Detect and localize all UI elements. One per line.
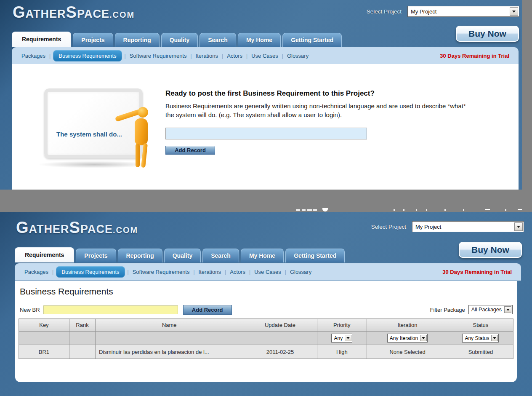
tab-my-home[interactable]: My Home	[241, 249, 284, 262]
filter-cell-priority: Any	[317, 332, 367, 345]
new-br-input[interactable]	[43, 305, 178, 314]
column-header-rank[interactable]: Rank	[69, 319, 95, 332]
subnav-use-cases[interactable]: Use Cases	[254, 269, 281, 275]
cell-key: BR1	[19, 345, 69, 359]
logo-letter: S	[66, 3, 77, 21]
subnav-separator: |	[193, 269, 194, 275]
priority-filter-select[interactable]: Any	[331, 334, 352, 342]
column-header-priority[interactable]: Priority	[317, 319, 367, 332]
subnav-separator: |	[52, 269, 53, 275]
project-select[interactable]: My Project	[407, 6, 519, 17]
app-header: GATHERSPACE.com Select Project My Projec…	[0, 212, 532, 238]
column-header-iteration[interactable]: Iteration	[367, 319, 448, 332]
column-header-update-date[interactable]: Update Date	[243, 319, 317, 332]
add-record-button[interactable]: Add Record	[165, 146, 215, 155]
buy-now-button[interactable]: Buy Now	[456, 26, 519, 42]
filter-package: Filter Package All Packages	[430, 305, 513, 314]
subnav-software-requirements[interactable]: Software Requirements	[133, 269, 190, 275]
logo-suffix: .com	[113, 225, 138, 235]
column-header-name[interactable]: Name	[96, 319, 243, 332]
dropdown-arrow-icon[interactable]	[514, 222, 523, 231]
tab-getting-started[interactable]: Getting Started	[285, 249, 345, 262]
subnav-separator: |	[282, 53, 283, 59]
screenshot-empty-state: GATHERSPACE.com Select Project My Projec…	[0, 0, 522, 190]
dropdown-arrow-icon[interactable]	[510, 7, 518, 16]
subnav-packages[interactable]: Packages	[24, 269, 48, 275]
subnav-business-requirements[interactable]: Business Requirements	[53, 50, 122, 62]
subnav-separator: |	[246, 53, 247, 59]
sub-navigation: Packages | Business Requirements | Softw…	[12, 47, 519, 64]
project-select[interactable]: My Project	[412, 221, 524, 232]
tab-quality[interactable]: Quality	[164, 249, 201, 262]
tab-quality[interactable]: Quality	[161, 33, 198, 47]
project-select-value: My Project	[408, 8, 510, 15]
subnav-separator: |	[190, 53, 192, 59]
subnav-actors[interactable]: Actors	[230, 269, 245, 275]
screenshot-requirements-list: GATHERSPACE.com Select Project My Projec…	[0, 212, 532, 396]
subnav-separator: |	[225, 269, 226, 275]
empty-state-description: Business Requirements are generally writ…	[165, 102, 489, 119]
tab-getting-started[interactable]: Getting Started	[282, 33, 342, 47]
content-panel: The system shall do... Ready to post the…	[12, 64, 519, 190]
whiteboard: The system shall do...	[44, 88, 143, 158]
dropdown-arrow-icon[interactable]	[420, 335, 427, 341]
subnav-packages[interactable]: Packages	[21, 53, 45, 59]
dropdown-arrow-icon[interactable]	[491, 335, 498, 341]
subnav-use-cases[interactable]: Use Cases	[251, 53, 278, 59]
cell-status: Submitted	[448, 345, 513, 359]
tab-reporting[interactable]: Reporting	[115, 33, 160, 47]
dropdown-arrow-icon[interactable]	[504, 306, 511, 313]
filter-package-select[interactable]: All Packages	[468, 305, 513, 314]
whiteboard-illustration: The system shall do...	[32, 83, 166, 176]
subnav-actors[interactable]: Actors	[227, 53, 242, 59]
figure-leg	[136, 144, 140, 167]
table-filter-row: Any Any Iteration Any Status	[19, 332, 513, 345]
column-header-status[interactable]: Status	[448, 319, 513, 332]
business-requirement-input[interactable]	[165, 128, 367, 139]
content-panel: Business Requirements New BR Add Record …	[15, 281, 517, 382]
iteration-filter-select[interactable]: Any Iteration	[387, 334, 428, 342]
page-title: Business Requirements	[20, 286, 113, 297]
new-br-label: New BR	[20, 307, 40, 313]
triangle-down-icon	[506, 309, 510, 311]
cell-rank	[69, 345, 95, 359]
tab-requirements[interactable]: Requirements	[12, 32, 71, 47]
gatherspace-logo: GATHERSPACE.com	[13, 3, 135, 21]
project-selector: Select Project My Project	[367, 6, 519, 17]
tab-projects[interactable]: Projects	[73, 33, 113, 47]
tab-search[interactable]: Search	[202, 249, 239, 262]
subnav-iterations[interactable]: Iterations	[199, 269, 221, 275]
figure-torso	[135, 118, 148, 145]
logo-text: ATHER	[26, 8, 66, 20]
description-line2: the system will do. (e.g. The system sha…	[165, 111, 342, 118]
buy-now-button[interactable]: Buy Now	[459, 242, 522, 258]
cell-name[interactable]: Disminuir las perdidas en la planeacion …	[96, 345, 243, 359]
tab-search[interactable]: Search	[200, 33, 236, 47]
gatherspace-logo: GATHERSPACE.com	[16, 219, 138, 237]
table-row[interactable]: BR1 Disminuir las perdidas en la planeac…	[19, 345, 513, 359]
filter-cell-name	[96, 332, 243, 345]
tab-my-home[interactable]: My Home	[238, 33, 281, 47]
cell-iteration: None Selected	[367, 345, 448, 359]
tab-reporting[interactable]: Reporting	[118, 249, 162, 262]
subnav-software-requirements[interactable]: Software Requirements	[130, 53, 187, 59]
tab-projects[interactable]: Projects	[76, 249, 116, 262]
subnav-glossary[interactable]: Glossary	[287, 53, 309, 59]
subnav-glossary[interactable]: Glossary	[290, 269, 311, 275]
filter-cell-key	[19, 332, 69, 345]
logo-text: PACE	[80, 223, 113, 235]
project-selector: Select Project My Project	[371, 221, 524, 232]
tab-requirements[interactable]: Requirements	[15, 247, 74, 262]
logo-text: ATHER	[29, 223, 69, 235]
subnav-iterations[interactable]: Iterations	[196, 53, 218, 59]
add-record-button[interactable]: Add Record	[183, 305, 232, 315]
status-filter-select[interactable]: Any Status	[462, 334, 499, 342]
new-br-toolbar: New BR Add Record Filter Package All Pac…	[20, 305, 513, 315]
subnav-business-requirements[interactable]: Business Requirements	[56, 266, 125, 278]
table-header-row: Key Rank Name Update Date Priority Itera…	[19, 319, 513, 332]
subnav-separator: |	[128, 269, 129, 275]
dropdown-arrow-icon[interactable]	[345, 335, 351, 341]
description-line1: Business Requirements are generally writ…	[165, 102, 466, 110]
column-header-key[interactable]: Key	[19, 319, 69, 332]
filter-cell-rank	[69, 332, 95, 345]
